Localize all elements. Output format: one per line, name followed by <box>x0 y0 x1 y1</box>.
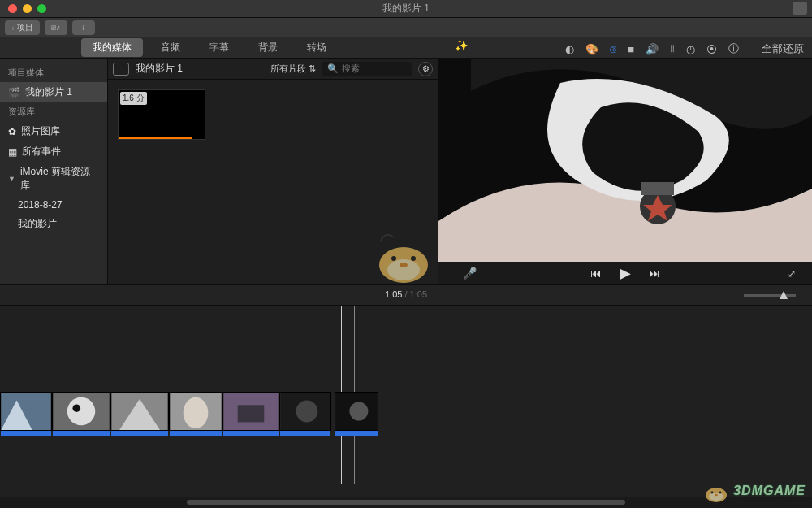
chevron-updown-icon: ⇅ <box>309 63 316 74</box>
zoom-slider[interactable] <box>744 294 796 297</box>
browser-header: 我的影片 1 所有片段 ⇅ 🔍 搜索 ⚙ <box>108 59 438 80</box>
timeline-clip[interactable] <box>335 392 378 431</box>
sidebar-item-all-events[interactable]: ▦ 所有事件 <box>0 141 107 162</box>
sidebar-toggle-icon[interactable] <box>113 63 129 76</box>
next-frame-button[interactable]: ⏭ <box>649 267 660 280</box>
sidebar-item-label: 所有事件 <box>22 145 61 158</box>
layout-button[interactable]: ⎚♪ <box>45 20 67 35</box>
timeline-clip[interactable] <box>222 392 279 431</box>
sidebar-item-label: 我的影片 <box>18 217 57 231</box>
speed-icon[interactable]: ◷ <box>686 43 695 55</box>
filter-icon[interactable]: ⦿ <box>706 43 717 55</box>
clip-usage-bar <box>119 137 192 139</box>
zoom-knob[interactable] <box>780 291 788 299</box>
minimize-window-button[interactable] <box>23 4 32 13</box>
svg-point-10 <box>184 397 209 428</box>
timeline-clip[interactable] <box>52 392 110 431</box>
timeline-clip[interactable] <box>279 392 331 431</box>
timeline-clip[interactable] <box>110 392 169 431</box>
clip-thumbnail[interactable]: 1.6 分 <box>118 89 205 140</box>
timeline-clip[interactable] <box>0 392 52 431</box>
enhance-icon[interactable]: ✨ <box>455 39 469 52</box>
sidebar-item-label: 我的影片 1 <box>25 85 72 99</box>
color-correction-icon[interactable]: 🎨 <box>585 43 598 55</box>
sidebar-item-label: 2018-8-27 <box>18 199 63 211</box>
svg-point-14 <box>296 401 318 423</box>
time-row: 1:05 / 1:05 <box>0 284 812 306</box>
sidebar-item-project[interactable]: 🎬 我的影片 1 <box>0 82 107 102</box>
maximize-window-button[interactable] <box>37 4 46 13</box>
current-time: 1:05 <box>385 289 402 299</box>
close-window-button[interactable] <box>8 4 17 13</box>
sidebar-item-my-movie[interactable]: 我的影片 <box>0 214 107 234</box>
info-icon[interactable]: ⓘ <box>728 41 739 56</box>
timeline[interactable] <box>0 306 812 508</box>
play-button[interactable]: ▶ <box>620 264 631 282</box>
playback-controls: ⏮ ▶ ⏭ <box>438 262 812 284</box>
sidebar-item-event-date[interactable]: 2018-8-27 <box>0 196 107 214</box>
tab-titles[interactable]: 字幕 <box>198 38 240 57</box>
window-mode-button[interactable] <box>793 2 807 15</box>
time-display: 1:05 / 1:05 <box>385 289 427 299</box>
svg-rect-12 <box>238 405 265 422</box>
stabilize-icon[interactable]: ■ <box>628 43 634 55</box>
clapper-icon: 🎬 <box>8 87 20 98</box>
preview-video[interactable] <box>438 59 812 262</box>
fullscreen-icon[interactable]: ⤢ <box>788 268 796 280</box>
svg-rect-3 <box>641 182 674 195</box>
tab-transitions[interactable]: 转场 <box>296 38 338 57</box>
svg-point-7 <box>72 404 80 412</box>
sidebar-item-imovie-library[interactable]: ▼ iMovie 剪辑资源库 <box>0 162 107 196</box>
prev-frame-button[interactable]: ⏮ <box>590 267 602 280</box>
clip-filter-dropdown[interactable]: 所有片段 ⇅ <box>270 63 316 75</box>
search-input[interactable]: 🔍 搜索 <box>322 62 412 76</box>
disclosure-triangle-icon[interactable]: ▼ <box>8 175 15 183</box>
sidebar-library-head: 资源库 <box>0 102 107 121</box>
window-controls <box>0 4 46 13</box>
color-balance-icon[interactable]: ◐ <box>565 43 574 55</box>
sidebar-item-label: 照片图库 <box>21 124 60 138</box>
clip-duration-badge: 1.6 分 <box>120 92 147 105</box>
tab-my-media[interactable]: 我的媒体 <box>81 38 143 57</box>
film-icon: ▦ <box>8 146 17 158</box>
horizontal-scrollbar[interactable] <box>0 497 812 508</box>
preview-toolbar: ◐ 🎨 ⟃ ■ 🔊 ⫴ ◷ ⦿ ⓘ 全部还原 <box>565 39 804 59</box>
search-icon: 🔍 <box>327 63 339 74</box>
import-button[interactable]: ↓ <box>72 20 95 35</box>
filter-label: 所有片段 <box>270 63 306 75</box>
clip-track <box>0 392 378 434</box>
gear-icon[interactable]: ⚙ <box>418 62 433 76</box>
reset-all-button[interactable]: 全部还原 <box>762 41 804 56</box>
svg-point-6 <box>67 397 96 426</box>
tab-backgrounds[interactable]: 背景 <box>247 38 289 57</box>
sidebar-item-photo-library[interactable]: ✿ 照片图库 <box>0 121 107 141</box>
total-time: 1:05 <box>410 289 427 299</box>
search-placeholder: 搜索 <box>342 63 360 75</box>
equalizer-icon[interactable]: ⫴ <box>670 42 675 55</box>
back-to-projects-button[interactable]: ‹项目 <box>5 20 40 35</box>
volume-icon[interactable]: 🔊 <box>646 43 659 55</box>
preview-pane: 🎤 ⏮ ▶ ⏭ ⤢ <box>438 59 812 284</box>
toolbar: ‹项目 ⎚♪ ↓ <box>0 18 812 37</box>
browser-title: 我的影片 1 <box>136 62 183 76</box>
sidebar: 项目媒体 🎬 我的影片 1 资源库 ✿ 照片图库 ▦ 所有事件 ▼ iMovie… <box>0 59 108 284</box>
flower-icon: ✿ <box>8 126 16 137</box>
sidebar-project-media-head: 项目媒体 <box>0 63 107 82</box>
window-title: 我的影片 1 <box>382 2 430 15</box>
sidebar-item-label: iMovie 剪辑资源库 <box>20 165 99 193</box>
tab-audio[interactable]: 音频 <box>149 38 192 57</box>
title-bar: 我的影片 1 <box>0 0 812 18</box>
crop-icon[interactable]: ⟃ <box>610 43 616 55</box>
svg-point-16 <box>349 402 368 421</box>
timeline-clip[interactable] <box>169 392 222 431</box>
back-label: 项目 <box>17 22 33 33</box>
media-browser: 我的影片 1 所有片段 ⇅ 🔍 搜索 ⚙ 1.6 分 <box>108 59 438 284</box>
